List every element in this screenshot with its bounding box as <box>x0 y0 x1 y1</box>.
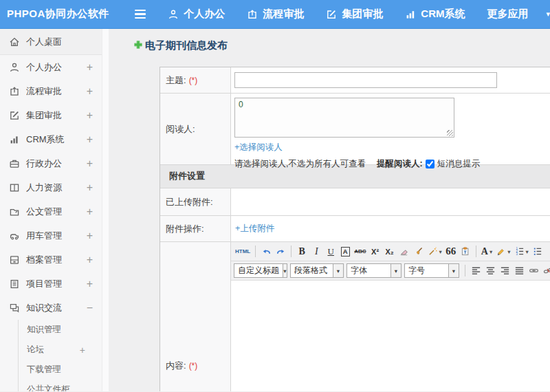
sidebar-item-projects[interactable]: 项目管理 + <box>0 272 102 296</box>
notebook-icon <box>9 279 20 290</box>
topnav-group-approval[interactable]: 集团审批 <box>326 8 383 21</box>
format-painter-button[interactable] <box>412 244 426 259</box>
expand-icon[interactable]: + <box>87 206 93 218</box>
expand-icon[interactable]: + <box>87 157 93 170</box>
quick-format-button[interactable]: ▾ <box>426 244 443 259</box>
redo-icon <box>276 246 286 257</box>
expand-icon[interactable]: + <box>87 133 93 146</box>
sidebar-subitem-knowledge-mgmt[interactable]: 知识管理 <box>19 320 102 340</box>
highlight-button[interactable]: ▾ <box>494 244 512 259</box>
home-icon <box>9 36 20 47</box>
subscript-button[interactable]: X₂ <box>383 244 397 259</box>
resize-grip-icon[interactable] <box>447 130 453 136</box>
sidebar-subitem-public-cabinet[interactable]: 公共文件柜 <box>19 380 102 391</box>
caret-down-icon: ▾ <box>507 248 510 255</box>
unordered-list-button[interactable] <box>531 244 544 259</box>
heading-select[interactable]: 自定义标题▾ <box>234 263 287 278</box>
redo-button[interactable] <box>274 244 287 259</box>
sidebar-item-group-approval[interactable]: 集团审批 + <box>0 103 102 127</box>
blockquote-button[interactable]: 66 <box>444 244 458 259</box>
ordered-list-icon: 123 <box>514 246 525 257</box>
link-button[interactable] <box>527 263 540 278</box>
flow-approval-icon <box>9 86 20 97</box>
topnav-personal-office[interactable]: 个人办公 <box>168 8 225 21</box>
underline-button[interactable]: U <box>324 244 338 259</box>
sidebar-subitem-forum[interactable]: 论坛 + <box>19 340 102 360</box>
caret-down-icon[interactable]: ▾ <box>546 10 550 19</box>
caret-down-icon: ▾ <box>390 264 401 277</box>
sidebar-item-desktop[interactable]: 个人桌面 <box>0 29 102 55</box>
expand-icon[interactable]: + <box>87 278 93 290</box>
bold-button[interactable]: B <box>295 244 309 259</box>
sidebar-item-archives[interactable]: 档案管理 + <box>0 248 102 272</box>
unlink-button[interactable] <box>541 263 550 278</box>
paragraph-select[interactable]: 段落格式▾ <box>290 263 344 278</box>
readers-hint-text: 请选择阅读人,不选为所有人可查看 <box>234 158 366 170</box>
sidebar-item-crm[interactable]: CRM系统 + <box>0 127 102 151</box>
select-readers-link[interactable]: +选择阅读人 <box>234 142 283 153</box>
remove-format-button[interactable] <box>397 244 411 259</box>
topnav-flow-approval[interactable]: 流程审批 <box>247 8 304 21</box>
undo-icon <box>261 246 272 257</box>
align-center-button[interactable] <box>483 263 497 278</box>
sidebar-scrollbar-track[interactable] <box>102 29 109 391</box>
collapse-icon[interactable]: − <box>87 302 93 314</box>
align-right-button[interactable] <box>498 263 512 278</box>
sidebar-item-documents[interactable]: 公文管理 + <box>0 199 102 224</box>
source-code-button[interactable]: HTML <box>234 244 252 259</box>
flow-approval-icon <box>247 9 258 20</box>
link-icon <box>529 265 539 276</box>
content-label: 内容: <box>166 360 186 372</box>
sidebar-item-admin-office[interactable]: 行政办公 + <box>0 151 102 175</box>
align-left-button[interactable] <box>469 263 483 278</box>
size-select[interactable]: 字号▾ <box>404 263 459 278</box>
sidebar-item-flow-approval[interactable]: 流程审批 + <box>0 79 102 103</box>
upload-attachment-link[interactable]: +上传附件 <box>235 223 274 235</box>
green-plus-icon <box>133 40 143 52</box>
undo-button[interactable] <box>259 244 273 259</box>
highlighter-icon <box>496 246 506 257</box>
italic-button[interactable]: I <box>309 244 323 259</box>
eraser-icon <box>399 246 409 257</box>
editor-content-area[interactable] <box>231 281 550 391</box>
required-mark: (*) <box>189 361 198 371</box>
expand-icon[interactable]: + <box>87 61 93 74</box>
hamburger-menu-icon[interactable] <box>135 10 146 19</box>
boxed-text-button[interactable]: A <box>338 244 352 259</box>
editor-toolbar-row1: HTML B I U A ABC X² X₂ <box>231 242 550 261</box>
readers-textarea[interactable]: 0 <box>234 98 454 138</box>
sidebar-item-hr[interactable]: 人力资源 + <box>0 175 102 199</box>
subject-input[interactable] <box>234 72 497 88</box>
sms-notify-checkbox[interactable] <box>426 160 434 168</box>
uploaded-attachments-label: 已上传附件: <box>166 196 213 208</box>
sidebar-item-personal-office[interactable]: 个人办公 + <box>0 55 102 79</box>
sidebar-item-vehicles[interactable]: 用车管理 + <box>0 224 102 248</box>
expand-icon[interactable]: + <box>87 109 93 122</box>
expand-icon[interactable]: + <box>87 85 93 98</box>
subject-row: 主题: (*) <box>160 67 550 94</box>
sidebar-subitem-downloads[interactable]: 下载管理 <box>19 360 102 380</box>
topnav-more-apps[interactable]: 更多应用 <box>487 8 528 21</box>
caret-down-icon: ▾ <box>448 264 459 277</box>
expand-icon[interactable]: + <box>80 345 85 356</box>
publish-form: 主题: (*) 阅读人: 0 +选择阅读人 <box>160 67 550 391</box>
ordered-list-button[interactable]: 123▾ <box>513 244 530 259</box>
align-right-icon <box>500 265 510 276</box>
expand-icon[interactable]: + <box>87 230 93 242</box>
readers-label: 阅读人: <box>166 123 195 135</box>
superscript-button[interactable]: X² <box>368 244 382 259</box>
expand-icon[interactable]: + <box>87 254 93 266</box>
knowledge-submenu: 知识管理 论坛 + 下载管理 公共文件柜 <box>18 320 102 391</box>
strikethrough-button[interactable]: ABC <box>353 244 367 259</box>
topnav-crm[interactable]: CRM系统 <box>405 8 465 21</box>
editor-toolbar-row2: 自定义标题▾ 段落格式▾ 字体▾ 字号▾ <box>231 261 550 281</box>
unordered-list-icon <box>532 246 542 257</box>
font-color-button[interactable]: A▾ <box>480 244 494 259</box>
expand-icon[interactable]: + <box>87 182 93 194</box>
sms-notify-label: 短消息提示 <box>437 158 481 170</box>
justify-button[interactable] <box>512 263 526 278</box>
font-select[interactable]: 字体▾ <box>346 263 402 278</box>
sidebar-item-knowledge[interactable]: 知识交流 − <box>0 296 102 320</box>
attachment-action-row: 附件操作: +上传附件 <box>160 216 550 242</box>
paste-button[interactable] <box>459 244 472 259</box>
